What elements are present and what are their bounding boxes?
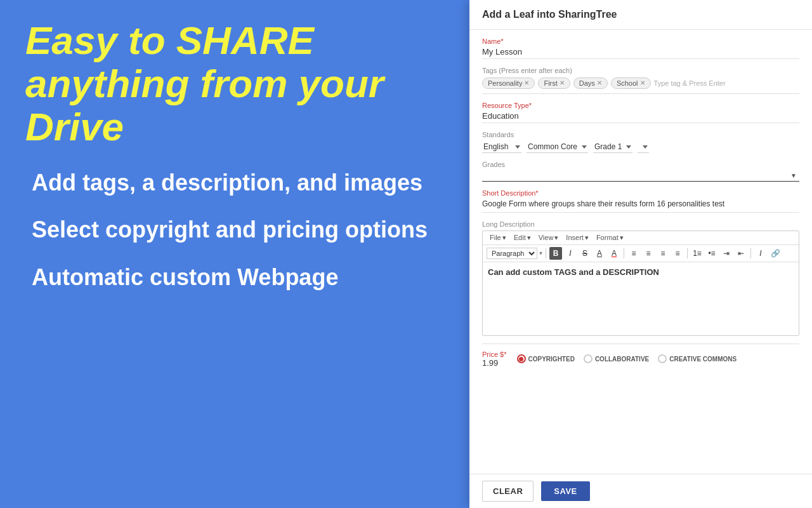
save-button[interactable]: SAVE — [541, 481, 589, 501]
standards-row: English Spanish French Common Core Other… — [482, 141, 799, 153]
tag-input-placeholder[interactable]: Type tag & Press Enter — [654, 79, 726, 87]
copyright-collaborative-label: COLLABORATIVE — [595, 356, 649, 363]
sub-point-1: Add tags, a description, and images — [25, 168, 444, 198]
toolbar-divider-1 — [546, 248, 546, 258]
rich-text-editor[interactable]: File ▾ Edit ▾ View ▾ Insert ▾ Format ▾ P… — [482, 231, 799, 336]
editor-empty-area[interactable] — [483, 300, 799, 335]
resource-type-label: Resource Type* — [482, 102, 799, 109]
paragraph-select[interactable]: Paragraph Heading 1 Heading 2 — [487, 248, 537, 259]
font-color-button[interactable]: A — [608, 247, 620, 260]
copyright-collaborative[interactable]: COLLABORATIVE — [584, 354, 649, 363]
clear-button[interactable]: CLEAR — [482, 481, 534, 502]
price-label: Price $* — [482, 351, 507, 358]
menu-file[interactable]: File ▾ — [487, 233, 509, 243]
form-body: Name* My Lesson Tags (Press enter after … — [469, 30, 812, 474]
toolbar-divider-3 — [687, 248, 688, 258]
left-panel: Easy to SHARE anything from your Drive A… — [0, 0, 469, 508]
standards-label: Standards — [482, 131, 799, 138]
copyright-group: COPYRIGHTED COLLABORATIVE CREATIVE COMMO… — [517, 354, 799, 363]
editor-menubar: File ▾ Edit ▾ View ▾ Insert ▾ Format ▾ — [483, 231, 799, 245]
form-header: Add a Leaf into SharingTree — [469, 0, 812, 30]
price-group: Price $* 1.99 — [482, 351, 507, 368]
long-desc-field-group: Long Description File ▾ Edit ▾ View ▾ In… — [482, 220, 799, 336]
grades-label: Grades — [482, 161, 799, 168]
long-desc-label: Long Description — [482, 220, 799, 228]
sub-point-3: Automatic custom Webpage — [25, 263, 444, 293]
radio-copyrighted-icon — [517, 354, 526, 363]
strikethrough-button[interactable]: S — [579, 247, 591, 260]
indent-button[interactable]: ⇥ — [720, 247, 733, 260]
name-field-group: Name* My Lesson — [482, 37, 799, 59]
unordered-list-button[interactable]: •≡ — [705, 247, 718, 260]
tag-days[interactable]: Days ✕ — [573, 77, 608, 89]
link-button[interactable]: 🔗 — [769, 247, 782, 260]
editor-content[interactable]: Can add custom TAGS and a DESCRIPTION — [483, 262, 799, 300]
italic-button[interactable]: I — [564, 247, 577, 260]
italic2-button[interactable]: I — [754, 247, 767, 260]
short-desc-field-group: Short Description* Google Form where gro… — [482, 189, 799, 213]
tags-field-group: Tags (Press enter after each) Personalit… — [482, 67, 799, 94]
price-value[interactable]: 1.99 — [482, 358, 507, 368]
tag-days-remove[interactable]: ✕ — [597, 79, 602, 86]
resource-type-value[interactable]: Education — [482, 111, 799, 123]
grades-chevron-icon: ▼ — [790, 172, 797, 179]
tag-school[interactable]: School ✕ — [611, 77, 651, 89]
resource-type-field-group: Resource Type* Education — [482, 102, 799, 123]
short-desc-label: Short Description* — [482, 189, 799, 197]
language-dropdown[interactable]: English Spanish French — [482, 141, 521, 153]
editor-toolbar: Paragraph Heading 1 Heading 2 ▾ B I S A … — [483, 245, 799, 262]
price-copyright-row: Price $* 1.99 COPYRIGHTED COLLABORATIVE … — [482, 344, 799, 373]
radio-creative-commons-icon — [658, 354, 667, 363]
align-center-button[interactable]: ≡ — [642, 247, 655, 260]
copyright-creative-commons[interactable]: CREATIVE COMMONS — [658, 354, 737, 363]
menu-edit[interactable]: Edit ▾ — [511, 233, 534, 243]
tag-school-remove[interactable]: ✕ — [640, 79, 645, 86]
grade-dropdown[interactable]: Grade 1 Grade 2 Grade 3 — [593, 141, 632, 153]
copyright-copyrighted[interactable]: COPYRIGHTED — [517, 354, 575, 363]
name-label: Name* — [482, 37, 799, 45]
editor-content-text: Can add custom TAGS and a DESCRIPTION — [488, 267, 794, 277]
tags-label: Tags (Press enter after each) — [482, 67, 799, 74]
toolbar-divider-4 — [750, 248, 751, 258]
curriculum-dropdown[interactable]: Common Core Other — [527, 141, 588, 153]
copyright-creative-commons-label: CREATIVE COMMONS — [669, 356, 737, 363]
tags-container[interactable]: Personality ✕ First ✕ Days ✕ School ✕ Ty… — [482, 76, 799, 94]
tag-personality[interactable]: Personality ✕ — [482, 77, 535, 89]
toolbar-divider-2 — [624, 248, 624, 258]
menu-format[interactable]: Format ▾ — [593, 233, 627, 243]
extra-dropdown[interactable] — [638, 141, 649, 153]
align-left-button[interactable]: ≡ — [627, 247, 640, 260]
grades-field-group: Grades ▼ — [482, 161, 799, 182]
standards-field-group: Standards English Spanish French Common … — [482, 131, 799, 153]
align-right-button[interactable]: ≡ — [657, 247, 669, 260]
ordered-list-button[interactable]: 1≡ — [691, 247, 704, 260]
main-title: Easy to SHARE anything from your Drive — [25, 19, 444, 149]
radio-collaborative-icon — [584, 354, 593, 363]
tag-personality-remove[interactable]: ✕ — [524, 79, 529, 86]
menu-insert[interactable]: Insert ▾ — [563, 233, 592, 243]
menu-view[interactable]: View ▾ — [535, 233, 562, 243]
form-panel: Add a Leaf into SharingTree Name* My Les… — [469, 0, 812, 508]
grades-dropdown[interactable]: ▼ — [482, 170, 799, 182]
outdent-button[interactable]: ⇤ — [735, 247, 747, 260]
bold-button[interactable]: B — [549, 247, 562, 260]
copyright-copyrighted-label: COPYRIGHTED — [528, 356, 575, 363]
tag-first-remove[interactable]: ✕ — [560, 79, 565, 86]
sub-point-2: Select copyright and pricing options — [25, 215, 444, 245]
name-value[interactable]: My Lesson — [482, 47, 799, 59]
form-footer: CLEAR SAVE — [469, 474, 812, 508]
align-justify-button[interactable]: ≡ — [671, 247, 684, 260]
underline-button[interactable]: A — [593, 247, 606, 260]
tag-first[interactable]: First ✕ — [538, 77, 570, 89]
short-desc-value[interactable]: Google Form where groups share their res… — [482, 199, 799, 213]
